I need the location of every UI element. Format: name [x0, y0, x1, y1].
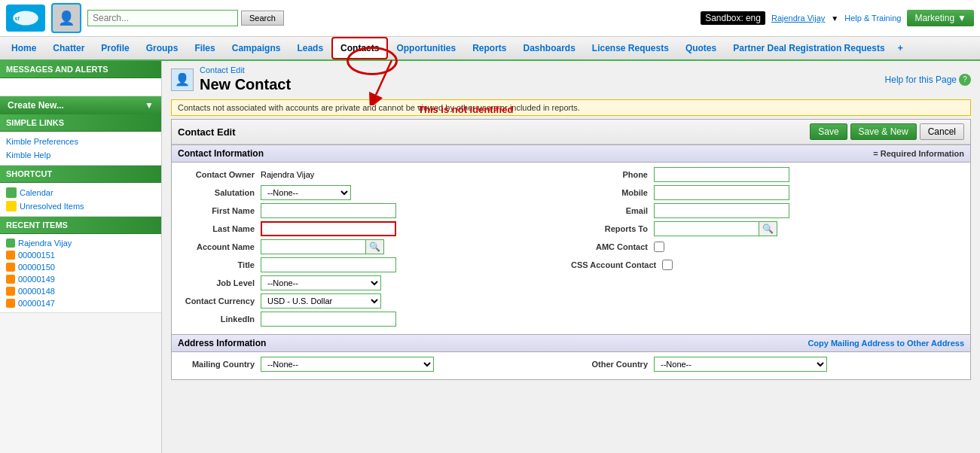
contact-currency-select[interactable]: USD - U.S. Dollar EUR - Euro GBP - Briti… — [261, 293, 381, 309]
recent-item-label-3[interactable]: 00000149 — [18, 275, 55, 284]
last-name-input[interactable] — [261, 221, 396, 236]
form-buttons: Save Save & New Cancel — [810, 123, 964, 140]
reports-to-input[interactable] — [654, 221, 759, 236]
lastname-col: Last Name — [178, 221, 571, 236]
recent-item-label-5[interactable]: 00000147 — [18, 299, 55, 308]
recent-record-icon-3 — [6, 275, 15, 284]
nav-item-profile[interactable]: Profile — [93, 38, 137, 59]
main-layout: Messages and Alerts Create New... ▼ Simp… — [0, 61, 980, 453]
nav-bar: Home Chatter Profile Groups Files Campai… — [0, 37, 980, 61]
recent-item-2[interactable]: 00000150 — [0, 261, 161, 273]
nav-item-leads[interactable]: Leads — [289, 38, 331, 59]
search-button[interactable]: Search — [241, 11, 284, 26]
nav-item-contacts[interactable]: Contacts — [331, 37, 388, 59]
phone-input[interactable] — [654, 167, 789, 182]
nav-item-dashboards[interactable]: Dashboards — [514, 38, 583, 59]
css-account-checkbox[interactable] — [662, 260, 673, 270]
account-name-input[interactable] — [261, 239, 366, 254]
page-header: 👤 Contact Edit New Contact Help for this… — [162, 61, 980, 96]
recent-item-label-0[interactable]: Rajendra Vijay — [18, 239, 72, 248]
css-account-col: CSS Account Contact — [571, 257, 964, 272]
marketing-button[interactable]: Marketing ▼ — [907, 10, 974, 26]
mobile-input[interactable] — [654, 185, 789, 200]
cancel-button[interactable]: Cancel — [920, 123, 964, 140]
simple-links-header: Simple Links — [0, 114, 161, 132]
reports-to-lookup-button[interactable]: 🔍 — [759, 221, 777, 236]
mailing-country-select[interactable]: --None-- — [261, 357, 434, 372]
recent-item-label-1[interactable]: 00000151 — [18, 251, 55, 260]
recent-item-1[interactable]: 00000151 — [0, 249, 161, 261]
kimble-preferences-link[interactable]: Kimble Preferences — [0, 135, 161, 148]
nav-item-groups[interactable]: Groups — [138, 38, 187, 59]
account-name-col: Account Name 🔍 — [178, 239, 571, 254]
nav-item-campaigns[interactable]: Campaigns — [224, 38, 289, 59]
save-button[interactable]: Save — [810, 123, 847, 140]
nav-item-partner-deal[interactable]: Partner Deal Registration Requests — [725, 38, 893, 59]
help-training-link[interactable]: Help & Training — [844, 14, 901, 23]
accountname-amc-row: Account Name 🔍 AMC Contact — [178, 239, 964, 254]
joblevel-col: Job Level --None-- Executive Manager Ind… — [178, 275, 571, 290]
unresolved-shortcut[interactable]: Unresolved Items — [0, 199, 161, 213]
job-level-label: Job Level — [178, 278, 261, 287]
help-page-link[interactable]: Help for this Page ? — [885, 74, 971, 86]
recent-item-0[interactable]: Rajendra Vijay — [0, 237, 161, 249]
phone-label: Phone — [571, 170, 654, 179]
linkedin-input[interactable] — [261, 312, 396, 327]
other-country-label: Other Country — [571, 360, 654, 369]
amc-contact-checkbox[interactable] — [654, 242, 664, 252]
warning-icon — [6, 201, 17, 211]
calendar-link[interactable]: Calendar — [20, 188, 53, 197]
email-input[interactable] — [654, 203, 789, 218]
top-bar: sf 👤 Search Sandbox: eng Rajendra Vijay … — [0, 0, 980, 37]
contact-currency-label: Contact Currency — [178, 296, 261, 306]
last-name-label: Last Name — [178, 224, 261, 233]
search-bar: Search — [87, 10, 284, 26]
nav-item-files[interactable]: Files — [186, 38, 223, 59]
svg-text:sf: sf — [15, 15, 20, 22]
first-name-input[interactable] — [261, 203, 396, 218]
salutation-col: Salutation --None-- Mr. Ms. Mrs. Dr. Pro… — [178, 185, 571, 200]
nav-item-license-requests[interactable]: License Requests — [584, 38, 677, 59]
account-name-label: Account Name — [178, 242, 261, 251]
nav-item-opportunities[interactable]: Opportunities — [388, 38, 464, 59]
other-country-select[interactable]: --None-- — [654, 357, 827, 372]
first-name-label: First Name — [178, 206, 261, 215]
contact-owner-label: Contact Owner — [178, 170, 261, 179]
salutation-mobile-row: Salutation --None-- Mr. Ms. Mrs. Dr. Pro… — [178, 185, 964, 200]
sandbox-badge: Sandbox: eng — [701, 11, 765, 25]
nav-item-chatter[interactable]: Chatter — [44, 38, 93, 59]
recent-item-3[interactable]: 00000149 — [0, 273, 161, 285]
kimble-help-link[interactable]: Kimble Help — [0, 148, 161, 162]
save-new-button[interactable]: Save & New — [850, 123, 917, 140]
recent-item-label-2[interactable]: 00000150 — [18, 263, 55, 272]
nav-more-icon[interactable]: + — [893, 40, 908, 56]
recent-item-4[interactable]: 00000148 — [0, 285, 161, 297]
title-input[interactable] — [261, 257, 396, 272]
search-input[interactable] — [87, 10, 238, 26]
calendar-icon — [6, 187, 17, 198]
nav-item-quotes[interactable]: Quotes — [677, 38, 725, 59]
job-level-select[interactable]: --None-- Executive Manager Individual Co… — [261, 275, 381, 290]
unresolved-link[interactable]: Unresolved Items — [20, 202, 84, 211]
warning-bar: Contacts not associated with accounts ar… — [171, 99, 971, 116]
nav-item-reports[interactable]: Reports — [464, 38, 514, 59]
nav-item-home[interactable]: Home — [3, 38, 44, 59]
country-row: Mailing Country --None-- Other Country -… — [178, 357, 964, 372]
recent-item-5[interactable]: 00000147 — [0, 297, 161, 309]
calendar-shortcut[interactable]: Calendar — [0, 186, 161, 199]
recent-record-icon-2 — [6, 263, 15, 272]
user-link[interactable]: Rajendra Vijay — [771, 14, 825, 23]
reports-to-col: Reports To 🔍 — [571, 221, 964, 236]
create-new-dropdown-icon: ▼ — [145, 100, 154, 111]
simple-links-section: Simple Links Kimble Preferences Kimble H… — [0, 114, 161, 166]
recent-item-label-4[interactable]: 00000148 — [18, 287, 55, 296]
main-content: 👤 Contact Edit New Contact Help for this… — [162, 61, 980, 453]
breadcrumb[interactable]: Contact Edit — [200, 65, 291, 74]
salutation-select[interactable]: --None-- Mr. Ms. Mrs. Dr. Prof. — [261, 185, 351, 200]
user-dropdown-icon[interactable]: ▼ — [831, 14, 838, 23]
account-name-lookup-button[interactable]: 🔍 — [366, 239, 384, 254]
form-title: Contact Edit — [178, 126, 236, 138]
other-country-col: Other Country --None-- — [571, 357, 964, 372]
copy-mailing-button[interactable]: Copy Mailing Address to Other Address — [808, 339, 964, 348]
create-new-button[interactable]: Create New... ▼ — [0, 96, 161, 114]
